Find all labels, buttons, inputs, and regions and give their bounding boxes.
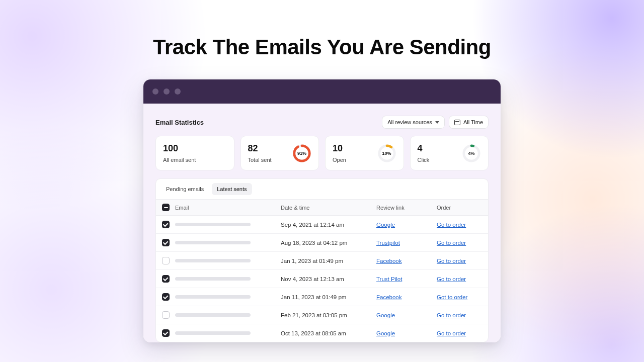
- email-placeholder: [175, 259, 251, 262]
- row-date: Jan 1, 2023 at 01:49 pm: [281, 258, 376, 264]
- titlebar: [143, 79, 501, 104]
- email-placeholder: [175, 295, 251, 299]
- stat-value: 10: [333, 143, 346, 154]
- donut-total-sent: 91%: [292, 144, 311, 163]
- review-link[interactable]: Google: [376, 312, 395, 318]
- row-date: Aug 18, 2023 at 04:12 pm: [281, 240, 376, 246]
- row-date: Jan 11, 2023 at 01:49 pm: [281, 294, 376, 300]
- traffic-light-dot: [175, 88, 181, 95]
- section-title: Email Statistics: [155, 119, 204, 126]
- time-range-filter[interactable]: All Time: [449, 116, 489, 129]
- stats-row: 100 All email sent 82 Total sent 91% 10 …: [155, 136, 489, 170]
- donut-pct-label: 4%: [462, 144, 481, 163]
- row-date: Nov 4, 2023 at 12:13 am: [281, 276, 376, 282]
- email-placeholder: [175, 331, 251, 335]
- stat-label: Total sent: [248, 157, 272, 163]
- stat-label: All email sent: [163, 157, 196, 163]
- table-row: Aug 18, 2023 at 04:12 pmTrustpilotGo to …: [156, 234, 488, 252]
- traffic-light-dot: [152, 88, 158, 95]
- browser-window: Email Statistics All review sources All …: [143, 79, 501, 342]
- order-link[interactable]: Go to order: [437, 240, 466, 246]
- row-checkbox[interactable]: [162, 311, 170, 319]
- donut-pct-label: 10%: [377, 144, 396, 163]
- review-sources-filter[interactable]: All review sources: [382, 116, 445, 129]
- row-checkbox[interactable]: [162, 257, 170, 264]
- tab-pending-emails[interactable]: Pending emails: [161, 183, 209, 195]
- order-link[interactable]: Go to order: [437, 258, 466, 264]
- row-checkbox[interactable]: [162, 293, 170, 301]
- stat-value: 100: [163, 143, 196, 154]
- page-headline: Track The Emails You Are Sending: [153, 35, 491, 59]
- table-row: Nov 4, 2023 at 12:13 amTrust PilotGo to …: [156, 270, 488, 288]
- filter-label: All review sources: [387, 119, 432, 125]
- order-link[interactable]: Go to order: [437, 330, 466, 336]
- col-header-email: Email: [175, 205, 281, 211]
- review-link[interactable]: Google: [376, 222, 395, 228]
- stat-card-open: 10 Open 10%: [325, 136, 404, 170]
- col-header-order: Order: [437, 205, 482, 211]
- donut-open: 10%: [377, 144, 396, 163]
- email-placeholder: [175, 241, 251, 244]
- email-placeholder: [175, 223, 251, 226]
- stat-value: 82: [248, 143, 272, 154]
- tab-latest-sents[interactable]: Latest sents: [212, 183, 252, 195]
- stat-label: Click: [418, 157, 430, 163]
- review-link[interactable]: Trust Pilot: [376, 276, 402, 282]
- stat-card-total-sent: 82 Total sent 91%: [240, 136, 319, 170]
- stat-label: Open: [333, 157, 346, 163]
- table-row: Jan 11, 2023 at 01:49 pmFacebookGot to o…: [156, 288, 488, 306]
- filter-label: All Time: [463, 119, 483, 125]
- row-checkbox[interactable]: [162, 239, 170, 246]
- stat-card-click: 4 Click 4%: [410, 136, 489, 170]
- email-placeholder: [175, 277, 251, 281]
- traffic-light-dot: [164, 88, 170, 95]
- donut-pct-label: 91%: [292, 144, 311, 163]
- row-checkbox[interactable]: [162, 329, 170, 337]
- row-date: Sep 4, 2021 at 12:14 am: [281, 222, 376, 228]
- order-link[interactable]: Go to order: [437, 276, 466, 282]
- col-header-review: Review link: [376, 205, 437, 211]
- emails-table: Pending emails Latest sents Email Date &…: [155, 178, 489, 342]
- table-row: Jan 1, 2023 at 01:49 pmFacebookGo to ord…: [156, 252, 488, 270]
- review-link[interactable]: Trustpilot: [376, 240, 400, 246]
- row-date: Feb 21, 2023 at 03:05 pm: [281, 312, 376, 318]
- col-header-date: Date & time: [281, 205, 376, 211]
- email-placeholder: [175, 313, 251, 317]
- table-row: Feb 21, 2023 at 03:05 pmGoogleGo to orde…: [156, 306, 488, 324]
- review-link[interactable]: Facebook: [376, 258, 402, 264]
- table-row: Sep 4, 2021 at 12:14 amGoogleGo to order: [156, 216, 488, 234]
- calendar-icon: [454, 120, 460, 125]
- order-link[interactable]: Go to order: [437, 222, 466, 228]
- stat-value: 4: [418, 143, 430, 154]
- content-area: Email Statistics All review sources All …: [143, 104, 501, 342]
- review-link[interactable]: Facebook: [376, 294, 402, 300]
- table-header: Email Date & time Review link Order: [156, 199, 488, 216]
- select-all-checkbox[interactable]: [162, 204, 170, 211]
- chevron-down-icon: [435, 121, 439, 124]
- order-link[interactable]: Got to order: [437, 294, 467, 300]
- table-row: Oct 13, 2023 at 08:05 amGoogleGo to orde…: [156, 324, 488, 342]
- row-date: Oct 13, 2023 at 08:05 am: [281, 330, 376, 336]
- stat-card-all-sent: 100 All email sent: [155, 136, 234, 170]
- row-checkbox[interactable]: [162, 221, 170, 228]
- order-link[interactable]: Go to order: [437, 312, 466, 318]
- row-checkbox[interactable]: [162, 275, 170, 283]
- review-link[interactable]: Google: [376, 330, 395, 336]
- donut-click: 4%: [462, 144, 481, 163]
